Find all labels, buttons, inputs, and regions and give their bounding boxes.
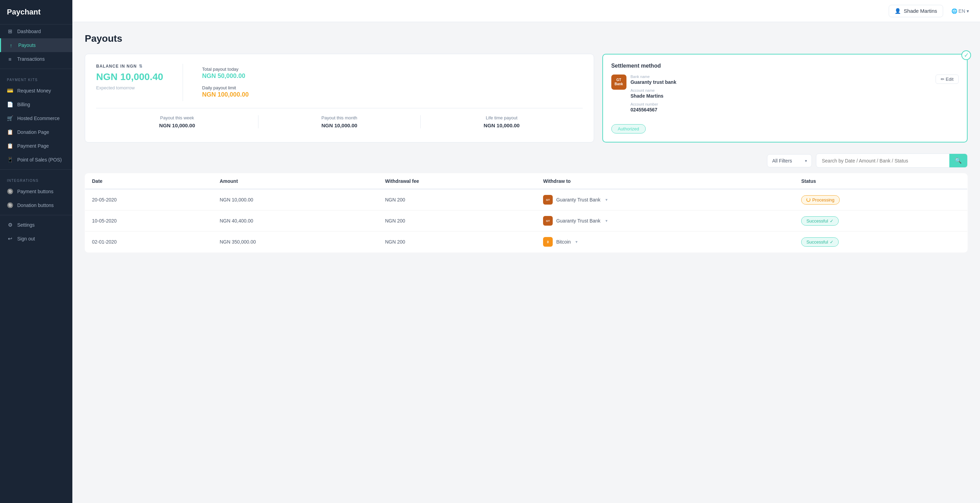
filter-wrapper: All Filters — [767, 154, 812, 167]
sidebar: Paychant ⊞ Dashboard ↑ Payouts ≡ Transac… — [0, 0, 72, 503]
edit-icon: ✏ — [941, 77, 945, 82]
bank-details: Bank name Guaranty trust bank Account na… — [631, 75, 931, 116]
status-badge: Successful ✓ — [801, 237, 839, 247]
settlement-title: Settlement method — [611, 63, 959, 69]
total-payout-value: NGN 50,000.00 — [202, 72, 583, 80]
bank-name: Bitcoin — [556, 239, 571, 244]
authorized-badge: Authorized — [611, 124, 646, 134]
payout-stats: Total payout today NGN 50,000.00 Daily p… — [202, 64, 583, 101]
sidebar-item-donation-buttons[interactable]: 🔘 Donation buttons — [0, 198, 72, 212]
integrations-label: INTEGRATIONS — [0, 172, 72, 185]
summary-week: Payout this week NGN 10,000.00 — [96, 115, 258, 128]
globe-icon: 🌐 — [951, 8, 957, 14]
sidebar-item-label: Donation Page — [17, 129, 49, 135]
expected-label: Expected tomorrow — [96, 85, 163, 90]
sidebar-item-label: Payment Page — [17, 143, 49, 149]
cell-date: 02-01-2020 — [85, 232, 213, 252]
table-row: 02-01-2020 NGN 350,000.00 NGN 200 ₿ Bitc… — [85, 232, 967, 252]
account-number-label: Account number — [631, 102, 931, 106]
cell-date: 20-05-2020 — [85, 189, 213, 211]
cell-amount: NGN 10,000.00 — [213, 189, 378, 211]
col-withdraw-to: Withdraw to — [536, 174, 794, 189]
transactions-icon: ≡ — [7, 56, 13, 62]
lang-selector[interactable]: 🌐 EN ▾ — [951, 8, 969, 14]
cell-status: Processing — [794, 189, 967, 211]
sidebar-divider — [0, 69, 72, 69]
spinner-icon — [806, 198, 810, 202]
sidebar-item-label: Transactions — [17, 56, 45, 62]
status-badge: Successful ✓ — [801, 216, 839, 226]
cell-status: Successful ✓ — [794, 211, 967, 232]
sidebar-item-pos[interactable]: 📱 Point of Sales (POS) — [0, 153, 72, 167]
status-badge: Processing — [801, 195, 839, 204]
week-label: Payout this week — [102, 115, 253, 120]
filter-select[interactable]: All Filters — [767, 154, 812, 167]
col-fee: Withdrawal fee — [378, 174, 536, 189]
bank-row: GTBank Bank name Guaranty trust bank Acc… — [611, 75, 959, 116]
account-name-label: Account name — [631, 88, 931, 93]
main-area: 👤 Shade Martins 🌐 EN ▾ Payouts BALANCE I… — [72, 0, 980, 503]
balance-divider — [183, 64, 183, 101]
payout-summary: Payout this week NGN 10,000.00 Payout th… — [96, 108, 583, 128]
sidebar-item-billing[interactable]: 📄 Billing — [0, 97, 72, 112]
daily-limit: Daily payout limit NGN 100,000.00 — [202, 85, 583, 98]
sidebar-item-transactions[interactable]: ≡ Transactions — [0, 52, 72, 66]
cell-status: Successful ✓ — [794, 232, 967, 252]
sidebar-item-hosted-ecommerce[interactable]: 🛒 Hosted Ecommerce — [0, 112, 72, 125]
sidebar-item-dashboard[interactable]: ⊞ Dashboard — [0, 24, 72, 38]
chevron-icon[interactable]: ▾ — [605, 219, 608, 223]
col-status: Status — [794, 174, 967, 189]
sidebar-item-settings[interactable]: ⚙ Settings — [0, 218, 72, 232]
table-row: 10-05-2020 NGN 40,400.00 NGN 200 GT Guar… — [85, 211, 967, 232]
search-button[interactable]: 🔍 — [949, 154, 967, 167]
sidebar-divider-3 — [0, 215, 72, 215]
sidebar-item-payment-buttons[interactable]: 🔘 Payment buttons — [0, 185, 72, 198]
billing-icon: 📄 — [7, 101, 13, 108]
checkmark-icon: ✓ — [830, 219, 834, 224]
sidebar-item-label: Settings — [17, 222, 35, 228]
account-name-value: Shade Martins — [631, 93, 931, 99]
sidebar-item-label: Payment buttons — [17, 189, 53, 194]
cell-amount: NGN 40,400.00 — [213, 211, 378, 232]
bank-icon: GT — [543, 216, 553, 226]
chevron-down-icon: ▾ — [967, 8, 969, 14]
bank-name: Guaranty Trust Bank — [556, 197, 600, 203]
chevron-icon[interactable]: ▾ — [576, 240, 578, 244]
search-wrapper: 🔍 — [816, 153, 967, 168]
balance-label: BALANCE IN NGN ⇅ — [96, 64, 163, 69]
sidebar-item-donation-page[interactable]: 📋 Donation Page — [0, 125, 72, 139]
cell-fee: NGN 200 — [378, 211, 536, 232]
payouts-icon: ↑ — [8, 42, 14, 48]
brand-logo: Paychant — [0, 0, 72, 24]
chevron-icon[interactable]: ▾ — [605, 197, 608, 202]
user-avatar-icon: 👤 — [894, 8, 901, 14]
sidebar-item-label: Hosted Ecommerce — [17, 116, 60, 121]
sidebar-item-label: Billing — [17, 102, 30, 107]
sidebar-item-payouts[interactable]: ↑ Payouts — [0, 38, 72, 52]
cell-fee: NGN 200 — [378, 189, 536, 211]
bank-name-value: Guaranty trust bank — [631, 79, 931, 85]
cell-date: 10-05-2020 — [85, 211, 213, 232]
payment-page-icon: 📋 — [7, 143, 13, 149]
table-row: 20-05-2020 NGN 10,000.00 NGN 200 GT Guar… — [85, 189, 967, 211]
sidebar-item-request-money[interactable]: 💳 Request Money — [0, 84, 72, 97]
payment-kits-label: PAYMENT KITS — [0, 72, 72, 84]
bank-name: Guaranty Trust Bank — [556, 218, 600, 224]
month-value: NGN 10,000.00 — [264, 123, 415, 128]
search-icon: 🔍 — [955, 157, 962, 164]
cell-bank: GT Guaranty Trust Bank ▾ — [536, 211, 794, 232]
edit-button[interactable]: ✏ Edit — [935, 75, 959, 84]
sidebar-item-signout[interactable]: ↩ Sign out — [0, 232, 72, 246]
user-badge[interactable]: 👤 Shade Martins — [889, 5, 943, 17]
transactions-table: Date Amount Withdrawal fee Withdraw to S… — [85, 173, 967, 252]
balance-card: BALANCE IN NGN ⇅ NGN 10,000.40 Expected … — [85, 54, 594, 142]
lifetime-value: NGN 10,000.00 — [426, 123, 577, 128]
request-money-icon: 💳 — [7, 88, 13, 94]
sidebar-item-payment-page[interactable]: 📋 Payment Page — [0, 139, 72, 153]
checkmark-icon: ✓ — [830, 240, 834, 244]
sidebar-divider-2 — [0, 169, 72, 170]
search-input[interactable] — [816, 155, 949, 167]
donation-page-icon: 📋 — [7, 129, 13, 135]
total-payout-today: Total payout today NGN 50,000.00 — [202, 67, 583, 80]
settlement-checkmark-icon: ✓ — [961, 50, 971, 60]
